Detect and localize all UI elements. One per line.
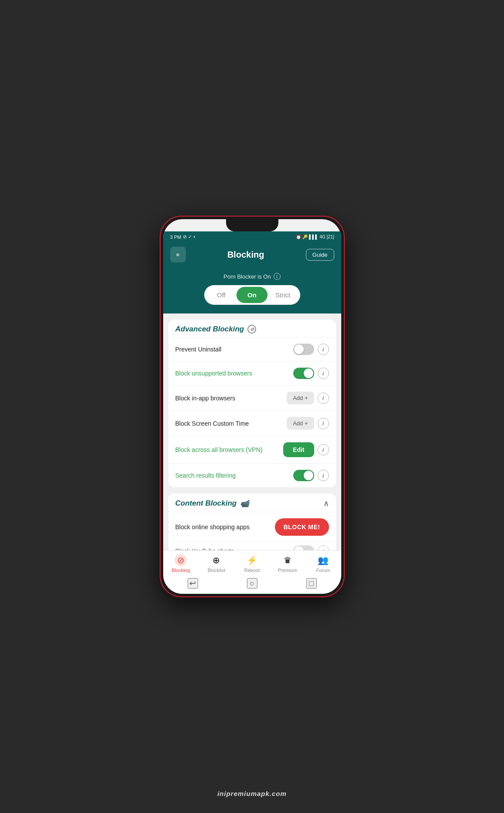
content-blocking-section: Content Blocking 📹 ∧ Block online shoppi…	[168, 493, 336, 550]
blocking-nav-label: Blocking	[172, 568, 190, 573]
blocklist-nav-label: Blocklist	[208, 568, 225, 573]
system-nav: ↩ ○ □	[163, 575, 341, 594]
advanced-blocking-title: Advanced Blocking ⊘	[175, 325, 257, 334]
toggle-off[interactable]: Off	[206, 287, 237, 303]
info-btn-block-vpn[interactable]: i	[318, 444, 329, 455]
row-block-vpn: Block across all browsers (VPN) Edit i	[168, 436, 336, 463]
phone-screen: 3 PM ⊘ ✓ • ⏰ 🔑 ▌▌▌ 4G [21] ≡ Blocking Gu…	[163, 219, 341, 594]
content-blocking-header: Content Blocking 📹 ∧	[168, 493, 336, 512]
row-label-block-shopping: Block online shopping apps	[175, 524, 275, 531]
reboot-nav-label: Reboot	[244, 568, 260, 573]
row-block-unsupported: Block unsupported browsers i	[168, 361, 336, 385]
page-title: Blocking	[227, 250, 264, 260]
content-area: Advanced Blocking ⊘ Prevent Uninstall i	[163, 313, 341, 550]
menu-button[interactable]: ≡	[170, 247, 186, 262]
row-prevent-uninstall: Prevent Uninstall i	[168, 337, 336, 361]
switch-youtube-shorts[interactable]	[293, 545, 314, 551]
sys-nav-recents[interactable]: ↩	[188, 578, 198, 589]
add-inapp-button[interactable]: Add +	[287, 392, 314, 404]
row-label-block-inapp: Block in-app browsers	[175, 395, 287, 402]
wifi-icon: 4G	[319, 234, 325, 239]
info-btn-search-filter[interactable]: i	[318, 470, 329, 481]
video-icon: 📹	[240, 499, 249, 508]
row-block-youtube-shorts: Block YouTube shorts i	[168, 542, 336, 550]
info-btn-block-screen-time[interactable]: i	[318, 418, 329, 429]
app-header: ≡ Blocking Guide	[163, 242, 341, 269]
bottom-nav: ⊘ Blocking ⊕ Blocklist ⚡ Reboot ♛	[163, 550, 341, 575]
premium-nav-icon: ♛	[281, 554, 294, 566]
nav-item-blocking[interactable]: ⊘ Blocking	[168, 554, 194, 573]
add-screen-time-button[interactable]: Add +	[287, 417, 314, 430]
status-bar: 3 PM ⊘ ✓ • ⏰ 🔑 ▌▌▌ 4G [21]	[163, 231, 341, 242]
key-icon: 🔑	[302, 234, 308, 239]
switch-prevent-uninstall[interactable]	[293, 344, 314, 355]
row-label-block-unsupported: Block unsupported browsers	[175, 370, 293, 377]
row-label-block-screen-time: Block Screen Custom Time	[175, 420, 287, 427]
battery-icon: [21]	[327, 234, 334, 239]
camera-notch	[226, 219, 278, 231]
row-block-inapp: Block in-app browsers Add + i	[168, 385, 336, 410]
blocking-nav-icon: ⊘	[175, 554, 187, 566]
advanced-blocking-icon: ⊘	[247, 325, 256, 334]
advanced-blocking-section: Advanced Blocking ⊘ Prevent Uninstall i	[168, 320, 336, 487]
row-label-search-filter: Search results filtering	[175, 472, 293, 479]
info-btn-block-unsupported[interactable]: i	[318, 368, 329, 379]
blocker-status-text: Porn Blocker is On i	[223, 273, 280, 280]
nav-item-blocklist[interactable]: ⊕ Blocklist	[203, 554, 230, 573]
status-icons: ⊘ ✓ •	[183, 234, 195, 240]
edit-vpn-button[interactable]: Edit	[283, 442, 314, 457]
nav-item-forum[interactable]: 👥 Forum	[310, 554, 336, 573]
chevron-up-icon[interactable]: ∧	[323, 499, 329, 508]
signal-icon: ▌▌▌	[309, 234, 318, 239]
block-me-button[interactable]: BLOCK ME!	[275, 518, 329, 536]
row-label-prevent-uninstall: Prevent Uninstall	[175, 346, 293, 353]
hamburger-icon: ≡	[176, 251, 180, 258]
switch-block-unsupported[interactable]	[293, 368, 314, 379]
premium-nav-label: Premium	[278, 568, 297, 573]
phone-frame: 3 PM ⊘ ✓ • ⏰ 🔑 ▌▌▌ 4G [21] ≡ Blocking Gu…	[161, 217, 344, 596]
nav-item-premium[interactable]: ♛ Premium	[274, 554, 301, 573]
watermark: inipremiumapk.com	[217, 784, 287, 800]
row-block-screen-time: Block Screen Custom Time Add + i	[168, 410, 336, 436]
guide-button[interactable]: Guide	[306, 249, 334, 261]
status-time: 3 PM	[170, 234, 182, 240]
content-blocking-title: Content Blocking 📹	[175, 499, 250, 508]
info-icon-status[interactable]: i	[274, 273, 281, 280]
forum-nav-icon: 👥	[317, 554, 329, 566]
reboot-nav-icon: ⚡	[246, 554, 258, 566]
row-block-shopping: Block online shopping apps BLOCK ME!	[168, 512, 336, 542]
switch-search-filter[interactable]	[293, 470, 314, 481]
advanced-blocking-header: Advanced Blocking ⊘	[168, 320, 336, 337]
row-label-block-vpn: Block across all browsers (VPN)	[175, 446, 284, 453]
toggle-on[interactable]: On	[237, 287, 267, 303]
toggle-pill[interactable]: Off On Strict	[204, 285, 300, 305]
forum-nav-label: Forum	[316, 568, 330, 573]
sys-nav-back[interactable]: □	[306, 578, 317, 589]
info-btn-prevent-uninstall[interactable]: i	[318, 344, 329, 355]
row-search-filter: Search results filtering i	[168, 463, 336, 487]
toggle-strict[interactable]: Strict	[267, 287, 298, 303]
alarm-icon: ⏰	[296, 234, 301, 239]
info-btn-block-inapp[interactable]: i	[318, 393, 329, 404]
sys-nav-home[interactable]: ○	[247, 578, 257, 589]
blocklist-nav-icon: ⊕	[210, 554, 223, 566]
toggle-section: Porn Blocker is On i Off On Strict	[163, 269, 341, 313]
row-label-block-youtube: Block YouTube shorts	[175, 548, 293, 551]
nav-item-reboot[interactable]: ⚡ Reboot	[239, 554, 265, 573]
info-btn-youtube-shorts[interactable]: i	[318, 545, 329, 551]
